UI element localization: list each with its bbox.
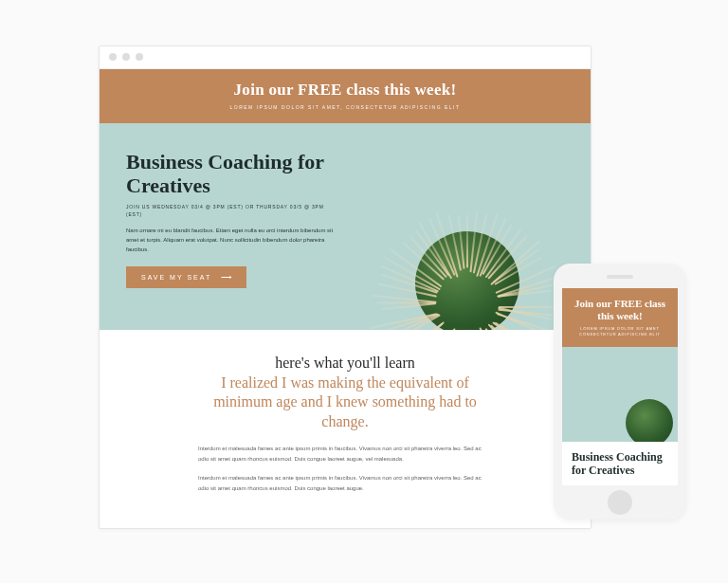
- preview-stage: Join our FREE class this week! LOREM IPS…: [99, 46, 629, 538]
- hero-paragraph: Nam ornare mi eu blandit faucibus. Etiam…: [126, 226, 338, 255]
- window-dot: [109, 53, 117, 61]
- phone-hero-title: Business Coaching for Creatives: [572, 451, 668, 478]
- banner-title: Join our FREE class this week!: [109, 81, 581, 100]
- phone-home-button[interactable]: [608, 490, 632, 515]
- hero-title: Business Coaching for Creatives: [126, 150, 338, 198]
- banner-subtitle: LOREM IPSUM DOLOR SIT AMET, CONSECTETUR …: [109, 104, 581, 110]
- browser-window: Join our FREE class this week! LOREM IPS…: [99, 46, 592, 529]
- learn-paragraph: Interdum et malesuada fames ac ante ipsu…: [198, 444, 492, 465]
- phone-hero-title-wrap: Business Coaching for Creatives: [562, 442, 678, 478]
- phone-speaker: [607, 275, 633, 279]
- cactus-image: [382, 188, 553, 330]
- phone-promo-banner[interactable]: Join our FREE class this week! LOREM IPS…: [562, 288, 678, 347]
- phone-screen: Join our FREE class this week! LOREM IPS…: [562, 288, 678, 485]
- save-seat-button[interactable]: SAVE MY SEAT ⟶: [126, 266, 246, 288]
- browser-titlebar: [100, 46, 591, 69]
- phone-mockup: Join our FREE class this week! LOREM IPS…: [554, 264, 686, 519]
- cactus-image: [611, 380, 678, 442]
- learn-paragraph: Interdum et malesuada fames ac ante ipsu…: [198, 473, 492, 494]
- hero-meta: JOIN US WEDNESDAY 03/4 @ 3PM (EST) OR TH…: [126, 203, 338, 218]
- promo-banner[interactable]: Join our FREE class this week! LOREM IPS…: [100, 69, 591, 123]
- window-dot: [122, 53, 130, 61]
- learn-headline: I realized I was making the equivalent o…: [193, 373, 497, 432]
- phone-banner-title: Join our FREE class this week!: [570, 298, 670, 322]
- learn-section: here's what you'll learn I realized I wa…: [100, 330, 591, 514]
- phone-hero: [562, 347, 678, 442]
- cta-label: SAVE MY SEAT: [141, 274, 211, 281]
- phone-banner-subtitle: LOREM IPSUM DOLOR SIT AMET CONSECTETUR A…: [570, 326, 670, 337]
- window-dot: [136, 53, 143, 61]
- arrow-icon: ⟶: [221, 273, 231, 282]
- learn-script: here's what you'll learn: [156, 355, 534, 372]
- hero-section: Business Coaching for Creatives JOIN US …: [100, 123, 591, 330]
